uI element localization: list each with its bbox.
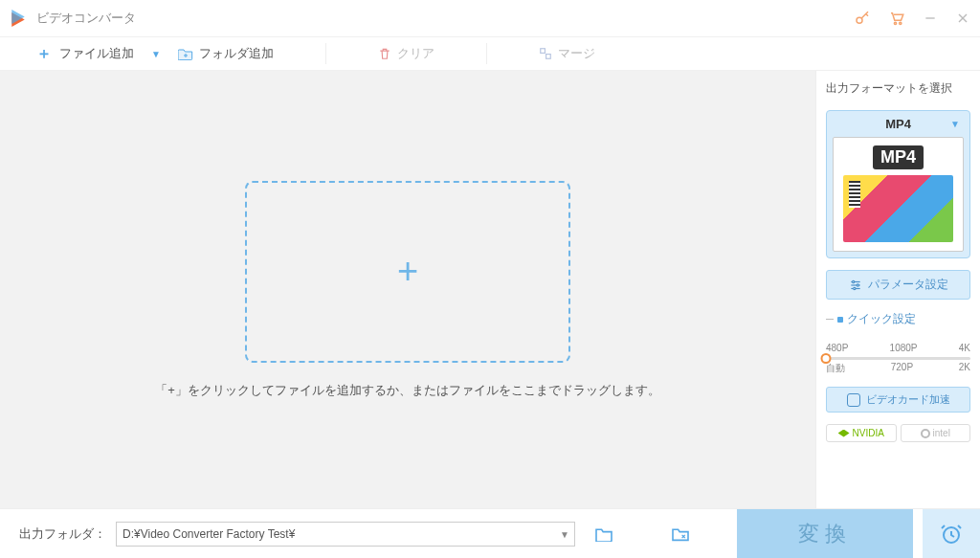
selected-format-label: MP4 xyxy=(885,117,911,131)
intel-icon xyxy=(921,429,930,438)
svg-point-0 xyxy=(857,17,862,23)
slider-2k: 2K xyxy=(959,362,970,375)
key-icon[interactable] xyxy=(854,10,871,27)
drop-hint: 「+」をクリックしてファイルを追加するか、またはファイルをここまでドラッグします… xyxy=(155,382,660,399)
toolbar: ＋ ファイル追加 ▼ フォルダ追加 クリア マージ xyxy=(0,36,980,71)
thumb-image xyxy=(843,175,952,242)
slider-auto: 自動 xyxy=(826,362,845,375)
app-title: ビデオコンバータ xyxy=(36,10,136,27)
cart-icon[interactable] xyxy=(888,10,905,27)
chip-icon xyxy=(847,393,860,407)
svg-rect-7 xyxy=(546,55,550,59)
bottom-bar: 出力フォルダ： ▼ 変換 xyxy=(0,508,980,558)
slider-1080p: 1080P xyxy=(890,343,918,353)
convert-button[interactable]: 変換 xyxy=(737,509,913,559)
folder-plus-icon xyxy=(178,47,193,60)
gpu-label: ビデオカード加速 xyxy=(866,392,950,407)
trash-icon xyxy=(378,46,391,61)
chevron-down-icon: ▼ xyxy=(950,119,960,129)
quick-settings-title: クイック設定 xyxy=(826,311,970,327)
svg-point-1 xyxy=(894,22,896,24)
resolution-slider[interactable]: 480P 1080P 4K 自動 720P 2K xyxy=(826,339,970,375)
output-folder-label: 出力フォルダ： xyxy=(19,525,106,543)
sliders-icon xyxy=(849,279,862,292)
open-folder-button[interactable] xyxy=(671,526,690,542)
format-selector[interactable]: MP4 ▼ MP4 xyxy=(826,110,970,258)
quick-label: クイック設定 xyxy=(847,311,916,327)
add-file-button[interactable]: ＋ ファイル追加 xyxy=(29,40,142,68)
alarm-clock-icon xyxy=(940,523,963,546)
sidebar: 出力フォーマットを選択 MP4 ▼ MP4 パラメータ設定 クイック設定 480… xyxy=(815,71,980,508)
minimize-button[interactable] xyxy=(923,11,938,26)
add-file-dropdown[interactable]: ▼ xyxy=(151,49,161,59)
slider-track[interactable] xyxy=(826,357,970,360)
param-label: パラメータ設定 xyxy=(868,277,948,293)
clear-label: クリア xyxy=(397,45,434,62)
drop-plus-icon: + xyxy=(397,251,418,292)
schedule-button[interactable] xyxy=(923,509,980,559)
browse-folder-button[interactable] xyxy=(594,526,613,542)
slider-knob[interactable] xyxy=(821,353,832,364)
nvidia-icon xyxy=(838,430,850,437)
format-title: 出力フォーマットを選択 xyxy=(826,80,970,97)
app-logo-icon xyxy=(10,10,27,27)
toolbar-separator-2 xyxy=(486,43,487,64)
toolbar-separator xyxy=(325,43,326,64)
thumb-label: MP4 xyxy=(873,145,924,169)
plus-icon: ＋ xyxy=(36,44,52,64)
merge-label: マージ xyxy=(558,45,595,62)
format-thumbnail: MP4 xyxy=(833,137,964,252)
clear-button[interactable]: クリア xyxy=(370,41,442,66)
svg-point-12 xyxy=(857,283,858,285)
svg-point-11 xyxy=(852,280,854,282)
svg-rect-6 xyxy=(541,49,546,54)
output-folder-input[interactable] xyxy=(116,522,575,547)
drop-zone[interactable]: + xyxy=(245,181,570,363)
vendor-intel[interactable]: intel xyxy=(901,424,971,442)
add-folder-label: フォルダ追加 xyxy=(199,45,274,62)
slider-480p: 480P xyxy=(826,343,848,353)
parameter-settings-button[interactable]: パラメータ設定 xyxy=(826,270,970,300)
svg-point-2 xyxy=(900,22,902,24)
vendor-nvidia[interactable]: NVIDIA xyxy=(826,424,897,442)
title-bar: ビデオコンバータ xyxy=(0,0,980,36)
gpu-accel-button[interactable]: ビデオカード加速 xyxy=(826,387,970,413)
add-folder-button[interactable]: フォルダ追加 xyxy=(170,41,281,66)
convert-label: 変換 xyxy=(798,520,852,548)
nvidia-label: NVIDIA xyxy=(853,428,884,438)
svg-point-13 xyxy=(853,287,855,289)
merge-icon xyxy=(539,47,552,60)
slider-4k: 4K xyxy=(959,343,970,353)
add-file-label: ファイル追加 xyxy=(59,45,134,62)
merge-button[interactable]: マージ xyxy=(531,41,603,66)
close-button[interactable] xyxy=(955,11,970,26)
main-drop-area: + 「+」をクリックしてファイルを追加するか、またはファイルをここまでドラッグし… xyxy=(0,71,815,508)
slider-720p: 720P xyxy=(891,362,913,375)
intel-label: intel xyxy=(933,428,950,438)
